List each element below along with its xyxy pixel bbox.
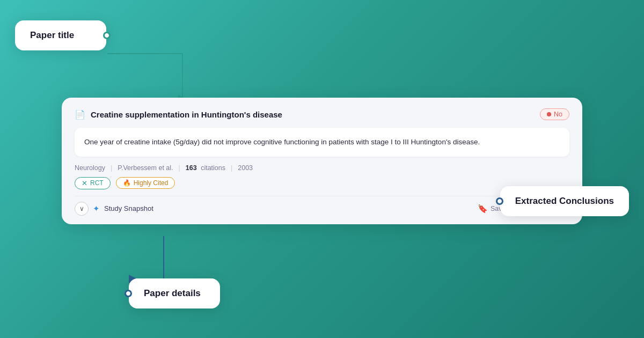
fire-icon: 🔥	[123, 179, 131, 187]
sep1: |	[111, 164, 112, 172]
abstract-box: One year of creatine intake (5g/day) did…	[75, 128, 569, 157]
rct-tag[interactable]: ✕ RCT	[75, 177, 111, 189]
journal: Neurology	[75, 164, 105, 172]
paper-details-tooltip: Paper details	[129, 278, 220, 308]
card-title-row: 📄 Creatine supplementation in Huntington…	[75, 109, 282, 120]
paper-title-connector-dot	[103, 32, 111, 39]
extracted-conclusions-label: Extracted Conclusions	[515, 196, 614, 207]
tags-row: ✕ RCT 🔥 Highly Cited	[75, 177, 569, 189]
highly-cited-tag[interactable]: 🔥 Highly Cited	[116, 177, 175, 189]
card-title: Creatine supplementation in Huntington's…	[91, 110, 282, 119]
rct-label: RCT	[90, 179, 104, 187]
paper-details-connector-dot	[125, 290, 132, 297]
sparkle-icon: ✦	[93, 204, 100, 214]
meta-row: Neurology | P.Verbessem et al. | 163 cit…	[75, 164, 569, 172]
card-header: 📄 Creatine supplementation in Huntington…	[75, 108, 569, 120]
sep2: |	[179, 164, 180, 172]
sep3: |	[231, 164, 232, 172]
study-snapshot-label: Study Snapshot	[104, 204, 153, 212]
year: 2003	[238, 164, 253, 172]
highly-cited-label: Highly Cited	[134, 179, 169, 187]
paper-title-tooltip: Paper title	[15, 20, 106, 50]
no-badge: No	[540, 108, 569, 120]
paper-title-label: Paper title	[30, 30, 91, 41]
rct-icon: ✕	[82, 179, 87, 187]
citations: 163 citations	[186, 164, 225, 172]
document-icon: 📄	[75, 109, 85, 120]
citations-label: citations	[201, 164, 225, 172]
no-label: No	[554, 111, 562, 118]
authors: P.Verbessem et al.	[118, 164, 173, 172]
no-dot-indicator	[547, 112, 551, 116]
paper-details-label: Paper details	[144, 288, 205, 299]
bookmark-icon: 🔖	[478, 204, 488, 214]
abstract-text: One year of creatine intake (5g/day) did…	[84, 138, 480, 146]
action-row: ∨ ✦ Study Snapshot 🔖 Save ❝ Cite ↗ Share	[75, 196, 569, 216]
study-snapshot-row: ∨ ✦ Study Snapshot	[75, 202, 153, 216]
extracted-connector-dot	[496, 197, 503, 205]
expand-button[interactable]: ∨	[75, 202, 89, 216]
extracted-conclusions-tooltip: Extracted Conclusions	[500, 186, 629, 216]
citations-count: 163	[186, 164, 197, 172]
